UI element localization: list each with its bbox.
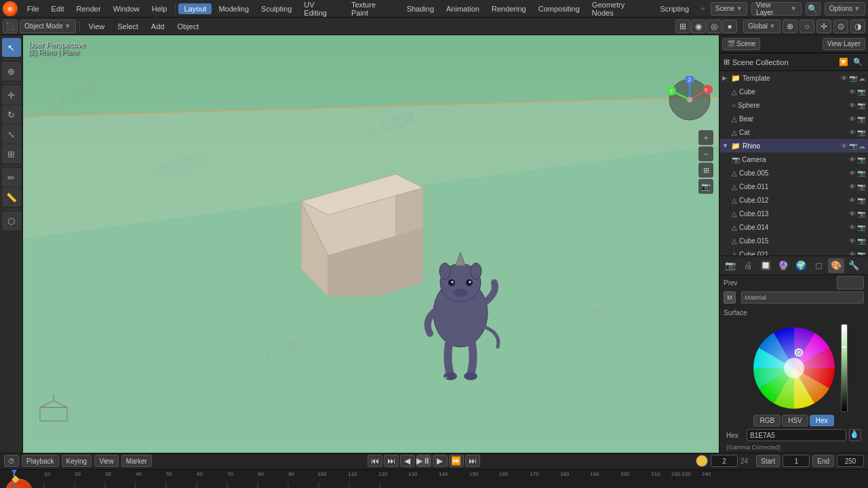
cube012-eye[interactable]: 👁 [849, 197, 856, 204]
prop-tab-particles[interactable]: ⚡ [863, 258, 868, 273]
next-keyframe-btn[interactable]: ⏩ [449, 455, 464, 467]
eyedropper-btn[interactable]: 💧 [849, 429, 861, 441]
timeline-ruler[interactable]: 2 10 20 30 40 50 60 70 80 90 100 110 120… [0, 470, 868, 488]
tool-measure[interactable]: 📏 [2, 188, 21, 207]
show-gizmo[interactable]: ✛ [816, 20, 831, 33]
prop-tab-output[interactable]: 🖨 [740, 258, 756, 273]
ws-tab-animation[interactable]: Animation [441, 3, 485, 14]
prop-tab-view-layer[interactable]: 🔲 [757, 258, 774, 273]
cube-eye[interactable]: 👁 [849, 88, 856, 96]
template-vis-render[interactable]: ☁ [859, 75, 865, 82]
outliner-item-bear[interactable]: △ Bear 👁 📷 [719, 112, 868, 125]
prop-tab-modifier[interactable]: 🔧 [846, 258, 862, 273]
ws-add-tab[interactable]: + [696, 1, 709, 16]
bear-eye[interactable]: 👁 [849, 115, 856, 123]
rgb-tab[interactable]: RGB [753, 415, 781, 426]
template-vis-eye[interactable]: 👁 [841, 75, 848, 82]
keying-menu[interactable]: Keying [62, 455, 92, 467]
start-frame-input[interactable] [783, 455, 810, 467]
viewport-view-menu[interactable]: View [83, 21, 111, 32]
frame-key-dot[interactable] [696, 455, 708, 467]
tool-move[interactable]: ✛ [2, 85, 21, 104]
sphere-eye[interactable]: 👁 [849, 102, 856, 109]
rendered-shading-btn[interactable]: ● [722, 20, 737, 33]
prop-tab-object[interactable]: ◻ [810, 258, 827, 273]
outliner-item-cube014[interactable]: △ Cube.014 👁 📷 [719, 220, 868, 234]
brightness-slider[interactable] [841, 324, 848, 412]
cube014-cam[interactable]: 📷 [857, 224, 865, 231]
ws-tab-uv[interactable]: UV Editing [298, 0, 344, 18]
ws-tab-layout[interactable]: Layout [178, 3, 212, 14]
tool-cursor[interactable]: ⊕ [2, 62, 21, 81]
camera-view-btn[interactable]: 📷 [698, 179, 713, 194]
outliner-item-cube015[interactable]: △ Cube.015 👁 📷 [719, 234, 868, 247]
viewport-select-menu[interactable]: Select [112, 21, 144, 32]
cube013-cam[interactable]: 📷 [857, 210, 865, 218]
outliner-item-cube[interactable]: △ Cube 👁 📷 [719, 85, 868, 98]
outliner-item-template[interactable]: ▶ 📁 Template 👁 📷 ☁ [719, 71, 868, 85]
cat-eye[interactable]: 👁 [849, 129, 856, 136]
menu-file[interactable]: File [22, 3, 45, 14]
ws-tab-sculpting[interactable]: Sculpting [256, 3, 297, 14]
marker-menu[interactable]: Marker [121, 455, 152, 467]
playback-menu[interactable]: Playback [22, 455, 59, 467]
zoom-in-btn[interactable]: + [698, 130, 713, 145]
bear-cam[interactable]: 📷 [857, 115, 865, 123]
solid-shading-btn[interactable]: ◉ [691, 20, 706, 33]
view-layer-btn[interactable]: View Layer [823, 38, 865, 50]
tool-add-cube[interactable]: ⬡ [2, 211, 21, 230]
preview-swatch[interactable] [837, 276, 864, 289]
zoom-fit-btn[interactable]: ⊞ [698, 163, 713, 178]
snap-toggle[interactable]: ⊕ [783, 20, 797, 33]
navigation-gizmo[interactable]: X Y Z [666, 76, 713, 123]
ws-tab-shading[interactable]: Shading [401, 3, 439, 14]
prop-tab-world[interactable]: 🌍 [793, 258, 809, 273]
hex-value-input[interactable] [747, 429, 846, 441]
view-layer-selector[interactable]: View Layer ▼ [751, 2, 802, 16]
xray-toggle[interactable]: ◑ [850, 20, 865, 33]
options-button[interactable]: Options ▼ [825, 2, 865, 16]
menu-help[interactable]: Help [146, 3, 173, 14]
jump-start-btn[interactable]: ⏮ [368, 455, 382, 467]
scene-selector[interactable]: Scene ▼ [711, 2, 747, 16]
cube005-eye[interactable]: 👁 [849, 169, 856, 177]
color-wheel-wrapper[interactable] [750, 324, 838, 412]
end-frame-input[interactable] [837, 455, 864, 467]
cube011-eye[interactable]: 👁 [849, 183, 856, 190]
ws-tab-rendering[interactable]: Rendering [486, 3, 532, 14]
ws-tab-scripting[interactable]: Scripting [654, 3, 694, 14]
cube021-eye[interactable]: 👁 [849, 251, 856, 257]
cube013-eye[interactable]: 👁 [849, 210, 856, 218]
material-shading-btn[interactable]: ◎ [707, 20, 722, 33]
viewport-add-menu[interactable]: Add [146, 21, 170, 32]
rhino-vis-eye[interactable]: 👁 [841, 142, 848, 150]
cube014-eye[interactable]: 👁 [849, 224, 856, 231]
play-btn[interactable]: ▶⏸ [416, 455, 431, 467]
mode-selector[interactable]: Object Mode ▼ [20, 20, 76, 33]
outliner-item-sphere[interactable]: ○ Sphere 👁 📷 [719, 98, 868, 112]
cube011-cam[interactable]: 📷 [857, 183, 865, 190]
current-frame-input[interactable] [711, 455, 738, 467]
tool-annotate[interactable]: ✏ [2, 168, 21, 187]
outliner-item-rhino[interactable]: ▼ 📁 Rhino 👁 📷 ☁ [719, 139, 868, 152]
blender-logo[interactable]: B [3, 1, 18, 16]
hsv-tab[interactable]: HSV [782, 415, 808, 426]
view-menu[interactable]: View [94, 455, 119, 467]
outliner-search-btn[interactable]: 🔍 [852, 56, 864, 68]
viewport-object-menu[interactable]: Object [172, 21, 204, 32]
scene-name-btn[interactable]: 🎬 Scene [722, 38, 760, 50]
zoom-out-btn[interactable]: − [698, 146, 713, 161]
outliner-item-cube013[interactable]: △ Cube.013 👁 📷 [719, 207, 868, 220]
global-search-button[interactable]: 🔍 [806, 2, 821, 16]
prop-tab-material[interactable]: 🎨 [828, 258, 844, 273]
ws-tab-geometry[interactable]: Geometry Nodes [587, 0, 654, 18]
hex-tab[interactable]: Hex [810, 415, 834, 426]
ws-tab-compositing[interactable]: Compositing [533, 3, 585, 14]
outliner-item-cube005[interactable]: △ Cube.005 👁 📷 [719, 166, 868, 180]
ws-tab-texture[interactable]: Texture Paint [346, 0, 400, 18]
wireframe-shading-btn[interactable]: ⊞ [675, 20, 690, 33]
transform-space[interactable]: Global ▼ [743, 20, 781, 33]
menu-render[interactable]: Render [71, 3, 106, 14]
template-vis-cam[interactable]: 📷 [849, 75, 857, 82]
outliner-item-camera[interactable]: 📷 Camera 👁 📷 [719, 152, 868, 166]
